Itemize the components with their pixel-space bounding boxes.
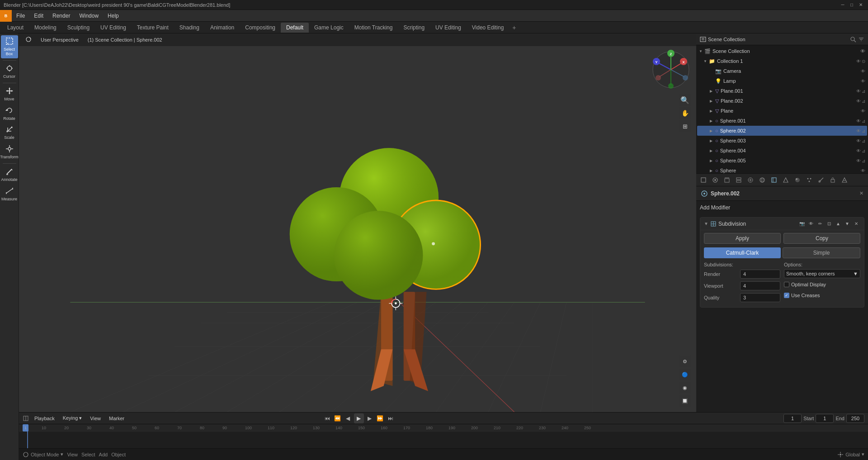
outliner-scene-collection[interactable]: ▼ 🎬 Scene Collection 👁 [697, 46, 867, 56]
outliner-sphere-004[interactable]: ▶ ○ Sphere.004 👁 ⊿ [697, 146, 867, 156]
apply-button[interactable]: Apply [704, 233, 781, 244]
quality-value[interactable]: 3 [740, 293, 780, 302]
mod-up-btn[interactable]: ▲ [834, 220, 842, 228]
visibility-icon[interactable]: 👁 [860, 48, 865, 54]
menu-help[interactable]: Help [103, 10, 123, 21]
outliner-sphere-001[interactable]: ▶ ○ Sphere.001 👁 ⊿ [697, 116, 867, 126]
tl-view[interactable]: View [87, 415, 104, 422]
vp-overlay-4[interactable]: 🔲 [679, 395, 691, 407]
menu-render[interactable]: Render [48, 10, 75, 21]
close-button[interactable]: ✕ [857, 1, 864, 9]
viewport-shading-menu[interactable] [23, 35, 34, 44]
eye-icon[interactable]: 👁 [861, 79, 865, 84]
mod-icon[interactable]: ⊿ [862, 89, 865, 94]
mod-icon[interactable]: ⊿ [862, 148, 865, 153]
mod-camera-btn[interactable]: 📷 [798, 220, 806, 228]
jump-start-button[interactable]: ⏮ [323, 414, 332, 423]
viewport-value[interactable]: 4 [740, 281, 780, 290]
render-value[interactable]: 4 [740, 270, 780, 279]
eye-icon[interactable]: 👁 [856, 89, 861, 94]
view-menu[interactable]: View [67, 452, 78, 457]
mode-label[interactable]: Object Mode [31, 452, 59, 457]
filter-icon[interactable] [858, 36, 864, 43]
catmull-clark-tab[interactable]: Catmull-Clark [704, 247, 781, 258]
copy-button[interactable]: Copy [783, 233, 860, 244]
tab-uv-editing-2[interactable]: UV Editing [430, 23, 467, 33]
prop-material-icon[interactable] [792, 175, 803, 185]
tool-transform[interactable]: Transform [1, 143, 18, 161]
mod-cage-btn[interactable]: ⊡ [825, 220, 833, 228]
mod-viewport-btn[interactable]: 👁 [807, 220, 815, 228]
prev-keyframe-button[interactable]: ⏪ [333, 414, 342, 423]
tab-video-editing[interactable]: Video Editing [467, 23, 509, 33]
tab-texture-paint[interactable]: Texture Paint [132, 23, 174, 33]
object-menu[interactable]: Object [111, 452, 126, 457]
optimal-display-checkbox[interactable] [784, 282, 789, 287]
tab-scripting[interactable]: Scripting [398, 23, 430, 33]
tab-layout[interactable]: Layout [2, 23, 29, 33]
prop-physics-icon[interactable] [816, 175, 826, 185]
outliner-sphere-005[interactable]: ▶ ○ Sphere.005 👁 ⊿ [697, 156, 867, 166]
tab-motion-tracking[interactable]: Motion Tracking [349, 23, 398, 33]
prop-scene-icon[interactable] [698, 175, 709, 185]
mod-icon[interactable]: ⊿ [862, 128, 865, 133]
next-keyframe-button[interactable]: ⏩ [376, 414, 385, 423]
tool-scale[interactable]: Scale [1, 123, 18, 142]
outliner-camera[interactable]: ▶ 📷 Camera 👁 [697, 66, 867, 76]
minimize-button[interactable]: ─ [839, 1, 846, 9]
zoom-in-button[interactable]: 🔍 [679, 94, 691, 106]
mod-icon[interactable]: ⊿ [862, 138, 865, 143]
viewport-3d[interactable]: User Perspective (1) Scene Collection | … [19, 33, 696, 412]
tl-keying[interactable]: Keying ▾ [60, 414, 85, 422]
eye-icon[interactable]: 👁 [856, 128, 861, 133]
tool-select-box[interactable]: Select Box [1, 35, 18, 58]
tool-cursor[interactable]: Cursor [1, 62, 18, 81]
tab-modeling[interactable]: Modeling [29, 23, 62, 33]
tab-game-logic[interactable]: Game Logic [309, 23, 349, 33]
play-button[interactable]: ▶ [354, 413, 364, 423]
mod-delete-btn[interactable]: ✕ [852, 220, 860, 228]
pan-button[interactable]: ✋ [679, 107, 691, 119]
vp-overlay-3[interactable]: ◉ [679, 382, 691, 394]
eye-icon[interactable]: 👁 [856, 59, 861, 64]
smooth-select[interactable]: Smooth, keep corners ▼ [784, 269, 860, 278]
eye-icon[interactable]: 👁 [861, 168, 865, 173]
tab-shading[interactable]: Shading [174, 23, 205, 33]
global-dropdown[interactable]: ▾ [862, 451, 864, 457]
mod-down-btn[interactable]: ▼ [843, 220, 851, 228]
zoom-extents-button[interactable]: ⊞ [679, 120, 691, 132]
viewport-gizmo[interactable]: X Y Z [651, 50, 691, 90]
tab-compositing[interactable]: Compositing [240, 23, 281, 33]
prop-render-icon[interactable] [710, 175, 721, 185]
prop-output-icon[interactable] [722, 175, 732, 185]
eye-icon[interactable]: 👁 [856, 148, 861, 153]
tool-move[interactable]: Move [1, 85, 18, 104]
eye-icon[interactable]: 👁 [856, 158, 861, 163]
tool-annotate[interactable]: Annotate [1, 166, 18, 184]
mod-icon[interactable]: ⊿ [862, 99, 865, 104]
modifier-expand-icon[interactable]: ▼ [704, 221, 708, 226]
outliner-plane-001[interactable]: ▶ ▽ Plane.001 👁 ⊿ [697, 86, 867, 96]
prop-constraints-icon[interactable] [827, 175, 838, 185]
prop-view-layer-icon[interactable] [733, 175, 744, 185]
vp-overlay-2[interactable]: 🔵 [679, 369, 691, 380]
outliner-sphere-003[interactable]: ▶ ○ Sphere.003 👁 ⊿ [697, 136, 867, 146]
prop-mesh-icon[interactable] [780, 175, 791, 185]
eye-icon[interactable]: 👁 [856, 119, 861, 123]
mod-edit-btn[interactable]: ✏ [816, 220, 824, 228]
eye-icon[interactable]: 👁 [856, 99, 861, 104]
jump-end-button[interactable]: ⏭ [386, 414, 395, 423]
search-icon[interactable] [850, 36, 856, 43]
outliner-lamp[interactable]: ▶ 💡 Lamp 👁 [697, 76, 867, 86]
tab-sculpting[interactable]: Sculpting [62, 23, 95, 33]
eye-icon[interactable]: 👁 [856, 138, 861, 143]
menu-file[interactable]: File [12, 10, 29, 21]
start-frame-input[interactable]: 1 [816, 414, 834, 423]
current-frame-input[interactable]: 1 [783, 414, 802, 423]
next-frame-button[interactable]: ▶ [365, 414, 374, 423]
use-creases-checkbox[interactable]: ✓ [784, 293, 789, 298]
vp-overlay-1[interactable]: ⚙ [679, 356, 691, 367]
blender-logo[interactable]: B [0, 10, 12, 22]
restrict-icon[interactable]: ⊙ [862, 59, 865, 64]
global-label[interactable]: Global [845, 452, 860, 457]
